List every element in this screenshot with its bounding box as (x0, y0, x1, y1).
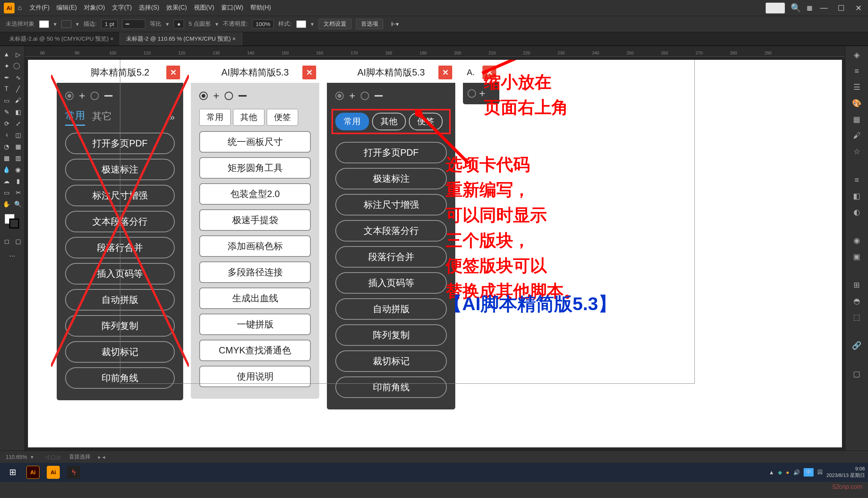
tray-icon[interactable]: ◆ (778, 469, 782, 475)
pen-tool[interactable]: ✒ (1, 72, 12, 83)
maximize-button[interactable]: ☐ (835, 3, 847, 13)
home-icon[interactable]: ⌂ (18, 4, 22, 12)
panel-53d-close[interactable]: ✕ (438, 66, 452, 79)
btn-text-split[interactable]: 文本段落分行 (65, 211, 175, 232)
minus-icon[interactable] (374, 95, 383, 97)
properties-icon[interactable]: ◈ (851, 49, 863, 61)
minus-icon[interactable] (104, 95, 113, 97)
tab-notes[interactable]: 便签 (267, 109, 298, 126)
start-button[interactable]: ⊞ (3, 464, 22, 481)
normal-draw[interactable]: ◻ (1, 236, 12, 247)
btn-one-impose[interactable]: 一键拼版 (199, 314, 311, 335)
gradient-panel-icon[interactable]: ◧ (851, 190, 863, 202)
menu-view[interactable]: 视图(V) (194, 4, 214, 12)
curvature-tool[interactable]: ∿ (13, 72, 23, 83)
btn-box-type[interactable]: 包装盒型2.0 (199, 183, 311, 205)
menu-select[interactable]: 选择(S) (139, 4, 159, 12)
transparency-icon[interactable]: ◐ (851, 206, 863, 218)
plus-icon[interactable]: + (213, 90, 219, 102)
free-transform-tool[interactable]: ◫ (13, 130, 23, 140)
opacity-value[interactable]: 100% (252, 20, 274, 28)
btn-bleed-line[interactable]: 生成出血线 (199, 288, 311, 309)
stroke-swatch[interactable] (61, 20, 71, 28)
selection-tool[interactable]: ▲ (1, 49, 12, 60)
btn-prepress-corner[interactable]: 印前角线 (65, 367, 175, 389)
symbol-tool[interactable]: ☁ (1, 176, 12, 186)
canvas[interactable]: 脚本精简版5.2✕ + 常用 其它 » 打开多页PDF 极速标注 (28, 60, 842, 447)
shaper-tool[interactable]: ✎ (1, 107, 12, 117)
libraries-icon[interactable]: ☰ (851, 81, 863, 93)
line-tool[interactable]: ╱ (13, 84, 23, 94)
tab-common[interactable]: 常用 (65, 109, 85, 126)
mini-panel-docked[interactable] (766, 3, 785, 13)
panel-53w-close[interactable]: ✕ (302, 66, 316, 79)
btn-auto-impose[interactable]: 自动拼版 (65, 289, 175, 311)
minus-icon[interactable] (238, 95, 247, 97)
brush-tool[interactable]: 🖌 (13, 95, 23, 106)
tray-ime[interactable]: 中 (804, 468, 814, 477)
btn-array-copy[interactable]: 阵列复制 (335, 324, 447, 346)
swatches-icon[interactable]: ▦ (851, 113, 863, 125)
tray-volume-icon[interactable]: 🔊 (793, 469, 800, 475)
btn-para-merge[interactable]: 段落行合并 (65, 237, 175, 258)
plus-icon[interactable]: + (349, 90, 355, 102)
btn-para-merge[interactable]: 段落行合并 (335, 246, 447, 268)
stroke-panel-icon[interactable]: ≡ (851, 174, 863, 186)
btn-dim-enhance[interactable]: 标注尺寸增强 (335, 194, 447, 215)
radio-on-icon[interactable] (65, 92, 74, 100)
btn-fast-annotate[interactable]: 极速标注 (65, 159, 175, 180)
btn-page-number[interactable]: 插入页码等 (335, 272, 447, 294)
eyedropper-tool[interactable]: 💧 (1, 164, 12, 175)
task-app-3[interactable]: ϟ (64, 464, 83, 481)
artboard-tool[interactable]: ▭ (1, 187, 12, 198)
lasso-tool[interactable]: ⃝ (13, 61, 23, 71)
screen-mode[interactable]: ▢ (13, 236, 23, 247)
width-tool[interactable]: ⫞ (1, 130, 12, 140)
btn-page-number[interactable]: 插入页码等 (65, 263, 175, 284)
menu-edit[interactable]: 编辑(E) (56, 4, 77, 12)
btn-crop-marks[interactable]: 裁切标记 (65, 341, 175, 363)
btn-text-split[interactable]: 文本段落分行 (335, 220, 447, 242)
btn-prepress-corner[interactable]: 印前角线 (335, 376, 447, 398)
align-icon[interactable]: ⊩▾ (391, 21, 399, 28)
type-tool[interactable]: T (1, 84, 12, 94)
eraser-tool[interactable]: ◧ (13, 107, 23, 117)
btn-open-pdf[interactable]: 打开多页PDF (65, 133, 175, 154)
task-ai-1[interactable]: Ai (23, 464, 43, 481)
rotate-tool[interactable]: ⟳ (1, 118, 12, 129)
tab-notes[interactable]: 便签 (409, 113, 443, 130)
btn-auto-impose[interactable]: 自动拼版 (335, 298, 447, 320)
hand-tool[interactable]: ✋ (1, 199, 12, 209)
slice-tool[interactable]: ✂ (13, 187, 23, 198)
tab-common[interactable]: 常用 (335, 113, 369, 130)
radio-on-icon[interactable] (199, 92, 208, 100)
menu-file[interactable]: 文件(F) (30, 4, 49, 12)
radio-off-icon[interactable] (361, 92, 369, 100)
tray-icon[interactable]: ▲ (769, 469, 774, 475)
graph-tool[interactable]: ▮ (13, 176, 23, 186)
btn-multi-path[interactable]: 多段路径连接 (199, 261, 311, 283)
tab-common[interactable]: 常用 (199, 109, 231, 126)
artboards-icon[interactable]: ▢ (851, 368, 863, 380)
color-indicator[interactable] (5, 214, 20, 229)
menu-object[interactable]: 对象(O) (84, 4, 105, 12)
symbols-icon[interactable]: ☆ (851, 146, 863, 157)
tab-other[interactable]: 其它 (92, 110, 112, 125)
btn-cmyk-pantone[interactable]: CMYK查找潘通色 (199, 340, 311, 361)
tray-icon[interactable]: ● (786, 469, 789, 475)
btn-add-colorbar[interactable]: 添加画稿色标 (199, 235, 311, 257)
tray-ime-2[interactable]: 囚 (817, 469, 823, 476)
perspective-tool[interactable]: ▦ (13, 141, 23, 152)
color-icon[interactable]: 🎨 (851, 97, 863, 109)
shape-builder-tool[interactable]: ◔ (1, 141, 12, 152)
style-swatch[interactable] (296, 20, 306, 28)
btn-rect-corner[interactable]: 矩形圆角工具 (199, 157, 311, 179)
btn-open-pdf[interactable]: 打开多页PDF (335, 142, 447, 163)
direct-select-tool[interactable]: ▷ (13, 49, 23, 60)
radio-off-icon[interactable] (225, 92, 233, 100)
tab-more-icon[interactable]: » (170, 112, 175, 123)
btn-dim-enhance[interactable]: 标注尺寸增强 (65, 185, 175, 206)
vprofile[interactable]: ━ (122, 20, 145, 29)
rect-tool[interactable]: ▭ (1, 95, 12, 106)
blend-tool[interactable]: ◉ (13, 164, 23, 175)
